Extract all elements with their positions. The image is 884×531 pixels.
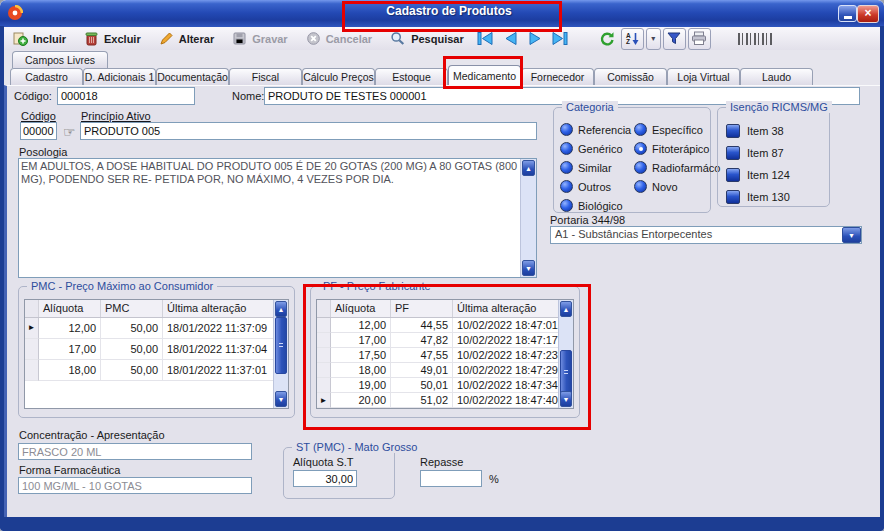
tab[interactable]: Fiscal: [229, 68, 302, 85]
trash-icon: [84, 31, 99, 46]
print-button[interactable]: [688, 28, 711, 50]
table-row[interactable]: ► 12,00 50,00 18/01/2022 11:37:09: [25, 318, 274, 339]
column-header[interactable]: PMC: [101, 300, 163, 317]
scroll-down-icon[interactable]: ▼: [522, 260, 535, 276]
search-icon: [390, 31, 406, 46]
tab[interactable]: D. Adicionais 1: [83, 68, 156, 85]
principio-ativo-link-label[interactable]: Princípio Ativo: [81, 110, 151, 122]
tab[interactable]: Loja Virtual: [667, 68, 740, 85]
table-row[interactable]: 17,00 50,00 18/01/2022 11:37:04: [25, 339, 274, 360]
isencao-checkbox-item[interactable]: Item 87: [726, 142, 790, 164]
scroll-up-icon[interactable]: ▲: [522, 160, 535, 176]
scrollbar-thumb[interactable]: [275, 317, 287, 374]
categoria-radio-option[interactable]: Genérico: [560, 139, 634, 158]
portaria-combobox[interactable]: A1 - Substâncias Entorpecentes ▼: [550, 226, 862, 244]
refresh-icon: [599, 31, 616, 47]
isencao-checkbox-item[interactable]: Item 130: [726, 186, 790, 208]
tab[interactable]: Estoque: [375, 68, 448, 85]
column-header[interactable]: Alíquota: [39, 300, 101, 317]
categoria-radio-option[interactable]: Similar: [560, 158, 634, 177]
checkbox-icon: [726, 124, 740, 138]
checkbox-icon: [726, 146, 740, 160]
tab-label: Laudo: [762, 71, 791, 83]
codigo-label: Código:: [14, 90, 52, 102]
principio-codigo-link-label[interactable]: Código: [21, 110, 56, 122]
row-indicator: [25, 360, 39, 381]
refresh-button[interactable]: [595, 29, 620, 49]
concentracao-input[interactable]: [18, 443, 252, 460]
table-row[interactable]: 18,00 50,00 18/01/2022 11:37:01: [25, 360, 274, 381]
posologia-scrollbar[interactable]: ▲ ▼: [520, 159, 536, 277]
categoria-radio-option[interactable]: Fitoterápico: [634, 139, 708, 158]
chevron-down-icon[interactable]: ▼: [842, 227, 861, 243]
window: Cadastro de Produtos × Incluir Excluir A…: [0, 0, 884, 531]
posologia-textarea[interactable]: EM ADULTOS, A DOSE HABITUAL DO PRODUTO 0…: [18, 158, 537, 278]
posologia-text: EM ADULTOS, A DOSE HABITUAL DO PRODUTO 0…: [21, 160, 519, 186]
hand-pointer-icon[interactable]: ☞: [63, 124, 76, 140]
tab-label: Fornecedor: [531, 71, 585, 83]
radio-label: Similar: [578, 162, 612, 174]
forma-farmaceutica-input[interactable]: [18, 477, 252, 494]
radio-label: Radiofarmáco: [652, 162, 720, 174]
filter-button[interactable]: [663, 28, 686, 50]
radio-label: Outros: [578, 181, 611, 193]
radio-icon: [634, 180, 647, 193]
tab[interactable]: Cadastro: [10, 68, 83, 85]
nome-label: Nome:: [232, 90, 264, 102]
aliquota-st-input[interactable]: [293, 470, 357, 487]
close-button[interactable]: ×: [857, 5, 879, 23]
grid-corner: [25, 300, 39, 317]
tab[interactable]: Documentação: [156, 68, 229, 85]
pmc-grid-header: Alíquota PMC Última alteração: [25, 300, 288, 318]
cell-alteracao: 18/01/2022 11:37:01: [163, 360, 274, 381]
tab[interactable]: Cálculo Preços: [302, 68, 375, 85]
principio-codigo-input[interactable]: [20, 122, 57, 140]
categoria-radio-option[interactable]: Referencia: [560, 120, 634, 139]
checkbox-label: Item 130: [747, 191, 790, 203]
checkbox-label: Item 38: [747, 125, 784, 137]
isencao-checkbox-item[interactable]: Item 124: [726, 164, 790, 186]
sort-options-button[interactable]: ▾: [646, 28, 661, 50]
tab-bar: CadastroD. Adicionais 1DocumentaçãoFisca…: [10, 65, 820, 85]
scroll-down-icon[interactable]: ▼: [275, 391, 287, 407]
tab-strip: Campos Livres CadastroD. Adicionais 1Doc…: [4, 50, 880, 85]
categoria-radio-option[interactable]: Radiofarmáco: [634, 158, 708, 177]
categoria-radio-option[interactable]: Novo: [634, 177, 708, 196]
posologia-label: Posologia: [19, 146, 67, 158]
minimize-icon: [844, 16, 852, 19]
tab[interactable]: Comissão: [594, 68, 667, 85]
categoria-radio-option[interactable]: Biológico: [560, 196, 634, 215]
print-icon: [691, 31, 707, 46]
isencao-checkbox-item[interactable]: Item 38: [726, 120, 790, 142]
tab-label: Cadastro: [25, 71, 68, 83]
categoria-radio-option[interactable]: Específico: [634, 120, 708, 139]
excluir-button[interactable]: Excluir: [75, 28, 150, 49]
scroll-up-icon[interactable]: ▲: [275, 301, 287, 317]
incluir-label: Incluir: [33, 33, 66, 45]
column-header[interactable]: Última alteração: [163, 300, 288, 317]
incluir-button[interactable]: Incluir: [4, 28, 75, 49]
cell-pmc: 50,00: [101, 318, 163, 339]
principio-ativo-input[interactable]: [80, 122, 537, 140]
codigo-input[interactable]: [57, 87, 195, 105]
minimize-button[interactable]: [838, 5, 857, 22]
alterar-button[interactable]: Alterar: [150, 28, 223, 49]
cancelar-label: Cancelar: [326, 33, 372, 45]
radio-icon: [634, 161, 647, 174]
isencao-title: Isenção RICMS/MG: [726, 101, 832, 113]
next-record-icon: [528, 31, 543, 46]
tab[interactable]: Laudo: [740, 68, 813, 85]
save-icon: [232, 31, 247, 46]
sort-button[interactable]: AZ: [621, 28, 644, 50]
gravar-button[interactable]: Gravar: [223, 28, 296, 49]
pmc-grid: Alíquota PMC Última alteração ► 12,00 50…: [24, 299, 289, 409]
concentracao-label: Concentração - Apresentação: [19, 429, 165, 441]
checkbox-icon: [726, 190, 740, 204]
cell-alteracao: 18/01/2022 11:37:09: [163, 318, 274, 339]
tab[interactable]: Fornecedor: [521, 68, 594, 85]
window-border-right: [880, 26, 884, 518]
isencao-group: Isenção RICMS/MG Item 38 Item 87 Item 12…: [717, 107, 830, 207]
repasse-input[interactable]: [420, 470, 482, 487]
pmc-scrollbar[interactable]: ▲ ▼: [273, 300, 288, 408]
categoria-radio-option[interactable]: Outros: [560, 177, 634, 196]
